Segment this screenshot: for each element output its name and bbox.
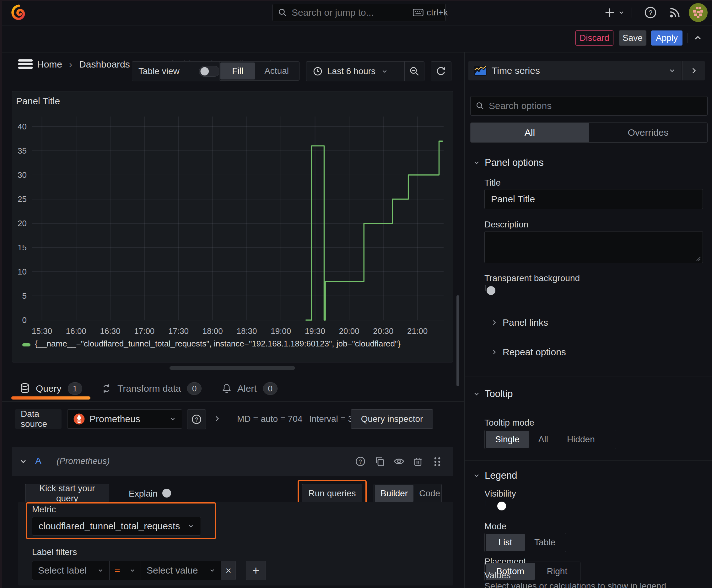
- builder-mode-option[interactable]: Builder: [375, 485, 413, 502]
- tab-query-label: Query: [36, 383, 62, 394]
- refresh-button[interactable]: [431, 61, 451, 81]
- operator-dropdown[interactable]: =: [110, 561, 141, 580]
- chevron-down-icon: [618, 9, 625, 16]
- legend-series-swatch: [22, 343, 30, 346]
- global-search-input[interactable]: [292, 7, 413, 18]
- fill-option[interactable]: Fill: [220, 63, 255, 80]
- hide-response-eye-icon[interactable]: [393, 456, 405, 467]
- tab-transform-data[interactable]: Transform data 0: [101, 381, 201, 396]
- discard-button[interactable]: Discard: [576, 30, 613, 45]
- explain-label: Explain: [129, 489, 157, 499]
- svg-text:5: 5: [22, 291, 27, 300]
- table-view-label: Table view: [138, 66, 179, 76]
- transparent-background-toggle[interactable]: [485, 285, 486, 291]
- visualization-picker[interactable]: Time series: [468, 61, 682, 80]
- panel-title-input[interactable]: [484, 189, 703, 209]
- svg-text:?: ?: [649, 9, 652, 17]
- apply-button[interactable]: Apply: [651, 30, 683, 45]
- panel-links-section-header[interactable]: Panel links: [491, 317, 548, 328]
- grafana-edit-panel-page: ctrl+k ?: [0, 0, 712, 588]
- panel-options-section-header[interactable]: Panel options: [473, 157, 544, 168]
- tooltip-mode-all[interactable]: All: [529, 431, 558, 448]
- kick-start-query-button[interactable]: Kick start your query: [25, 484, 109, 503]
- collapse-pane-chevron-up-icon[interactable]: [693, 34, 703, 42]
- query-ref-id[interactable]: A: [35, 456, 41, 466]
- panel-preview: Panel Title 051015202530354015:3016:0016…: [12, 91, 453, 362]
- svg-text:10: 10: [18, 267, 27, 276]
- chevron-down-icon: [169, 416, 176, 422]
- builder-code-switch: Builder Code: [373, 484, 442, 503]
- tooltip-section-header[interactable]: Tooltip: [473, 388, 513, 400]
- global-search-box[interactable]: ctrl+k: [273, 4, 446, 21]
- plus-icon: [603, 6, 616, 19]
- help-icon[interactable]: ?: [644, 6, 657, 19]
- query-inspector-button[interactable]: Query inspector: [351, 409, 433, 429]
- metric-select[interactable]: cloudflared_tunnel_total_requests: [32, 517, 201, 536]
- resize-handle-icon[interactable]: [695, 256, 701, 261]
- timeseries-viz-icon: [474, 66, 487, 76]
- legend-series-label[interactable]: {__name__="cloudflared_tunnel_total_requ…: [35, 339, 401, 349]
- actions-divider: [688, 33, 688, 43]
- options-search-box[interactable]: [470, 96, 708, 115]
- grafana-logo-icon[interactable]: [11, 4, 27, 21]
- repeat-options-section-header[interactable]: Repeat options: [491, 347, 566, 357]
- description-textarea[interactable]: [484, 231, 703, 263]
- run-queries-button[interactable]: Run queries: [302, 484, 362, 503]
- transform-icon: [101, 383, 112, 394]
- menu-hamburger-icon[interactable]: [18, 59, 33, 69]
- collapse-query-chevron-icon[interactable]: [19, 457, 28, 466]
- time-range-button[interactable]: Last 6 hours: [306, 66, 404, 76]
- zoom-out-button[interactable]: [405, 66, 424, 77]
- drag-query-grip-icon[interactable]: [433, 456, 442, 467]
- vertical-scrollbar[interactable]: [456, 295, 459, 386]
- legend-visibility-toggle[interactable]: [486, 500, 486, 506]
- delete-query-trash-icon[interactable]: [412, 456, 423, 467]
- save-button[interactable]: Save: [619, 30, 646, 45]
- chevron-down-icon: [473, 390, 480, 398]
- datasource-help-button[interactable]: ?: [187, 409, 206, 429]
- toggle-viz-pane-button[interactable]: [682, 61, 705, 80]
- tooltip-mode-single[interactable]: Single: [486, 431, 529, 448]
- tooltip-mode-hidden[interactable]: Hidden: [558, 431, 604, 448]
- options-search-input[interactable]: [489, 101, 702, 111]
- legend-mode-table[interactable]: Table: [525, 534, 565, 551]
- select-label-dropdown[interactable]: Select label: [32, 561, 110, 580]
- code-mode-option[interactable]: Code: [413, 485, 446, 502]
- table-view-toggle[interactable]: [199, 66, 220, 77]
- tooltip-mode-switch: Single All Hidden: [484, 430, 616, 449]
- breadcrumb-dashboards[interactable]: Dashboards: [79, 59, 130, 70]
- legend-placement-right[interactable]: Right: [535, 563, 579, 580]
- table-view-control: Table view: [132, 61, 227, 81]
- expand-options-chevron-icon[interactable]: [213, 414, 221, 423]
- remove-filter-button[interactable]: ×: [221, 561, 236, 580]
- clock-icon: [313, 66, 323, 76]
- chevron-down-icon: [473, 472, 480, 479]
- metric-value: cloudflared_tunnel_total_requests: [39, 521, 180, 531]
- user-avatar[interactable]: [689, 3, 708, 22]
- database-icon: [19, 383, 30, 395]
- tab-alert[interactable]: Alert 0: [222, 381, 278, 396]
- breadcrumb-bar: Home › Dashboards › New dashboard › Edit…: [0, 25, 712, 52]
- tab-transform-label: Transform data: [117, 383, 181, 394]
- svg-text:21:00: 21:00: [407, 327, 428, 336]
- datasource-picker[interactable]: Prometheus: [67, 409, 182, 429]
- explain-toggle[interactable]: [161, 487, 161, 493]
- options-tab-overrides[interactable]: Overrides: [589, 123, 707, 142]
- query-help-icon[interactable]: ?: [355, 456, 366, 467]
- actual-option[interactable]: Actual: [255, 63, 298, 80]
- tab-query[interactable]: Query 1: [19, 381, 82, 396]
- svg-text:20: 20: [18, 218, 27, 228]
- svg-text:19:30: 19:30: [305, 327, 325, 336]
- select-value-dropdown[interactable]: Select value: [141, 561, 221, 580]
- section-divider: [484, 339, 703, 339]
- news-rss-icon[interactable]: [668, 6, 682, 19]
- breadcrumb-home[interactable]: Home: [37, 59, 62, 70]
- pane-resize-handle[interactable]: [170, 366, 295, 370]
- tooltip-mode-label: Tooltip mode: [484, 418, 534, 428]
- add-new-button[interactable]: [603, 5, 625, 20]
- legend-mode-list[interactable]: List: [486, 534, 525, 551]
- add-filter-button[interactable]: +: [246, 561, 266, 580]
- legend-section-header[interactable]: Legend: [473, 470, 517, 481]
- options-tab-all[interactable]: All: [471, 123, 589, 142]
- duplicate-query-icon[interactable]: [374, 456, 386, 467]
